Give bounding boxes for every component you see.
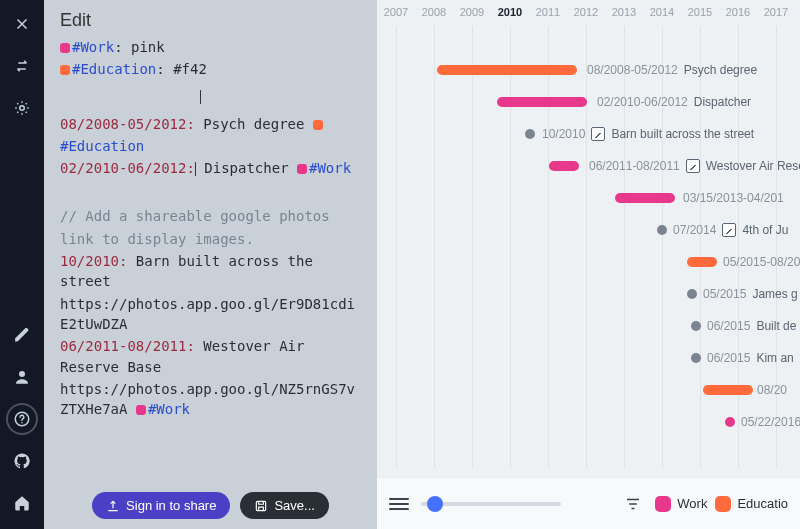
event-text: 4th of Ju <box>742 223 788 237</box>
zoom-slider[interactable] <box>421 502 561 506</box>
event-text: James g <box>752 287 797 301</box>
year-label[interactable]: 2013 <box>605 6 643 18</box>
year-label[interactable]: 2008 <box>415 6 453 18</box>
event-label: 08/20 <box>757 383 787 397</box>
timeline-row[interactable]: 06/2015Built de <box>377 316 800 336</box>
event-bar[interactable] <box>497 97 587 107</box>
year-label[interactable]: 2018 <box>795 6 800 18</box>
filter-icon[interactable] <box>623 494 643 514</box>
event-text: Psych degree <box>684 63 757 77</box>
timeline-panel: 2007200820092010201120122013201420152016… <box>377 0 800 529</box>
timeline-row[interactable]: 06/2015Kim an <box>377 348 800 368</box>
timeline-row[interactable]: 07/20144th of Ju <box>377 220 800 240</box>
event-label: 07/20144th of Ju <box>673 223 788 237</box>
year-label[interactable]: 2016 <box>719 6 757 18</box>
legend-chip <box>715 496 731 512</box>
event-label: 05/22/2016 <box>741 415 800 429</box>
timeline-row[interactable]: 08/2008-05/2012Psych degree <box>377 60 800 80</box>
event-date: 05/2015-08/2015 <box>723 255 800 269</box>
event-dot[interactable] <box>691 353 701 363</box>
event-text: Built de <box>756 319 796 333</box>
event-text: Dispatcher <box>694 95 751 109</box>
legend-label: Educatio <box>737 496 788 511</box>
event-label: 08/2008-05/2012Psych degree <box>587 63 757 77</box>
text-cursor <box>200 90 201 104</box>
event-label: 03/15/2013-04/201 <box>683 191 784 205</box>
timeline-rows: 08/2008-05/2012Psych degree02/2010-06/20… <box>377 60 800 432</box>
photo-icon <box>722 223 736 237</box>
brightness-icon[interactable] <box>8 94 36 122</box>
event-label: 05/2015-08/2015 <box>723 255 800 269</box>
timeline-row[interactable]: 05/2015-08/2015 <box>377 252 800 272</box>
event-text: Kim an <box>756 351 793 365</box>
event-label: 10/2010Barn built across the street <box>542 127 754 141</box>
timeline-row[interactable]: 05/2015James g <box>377 284 800 304</box>
year-label[interactable]: 2011 <box>529 6 567 18</box>
timeline-row[interactable]: 03/15/2013-04/201 <box>377 188 800 208</box>
legend-item[interactable]: Educatio <box>715 496 788 512</box>
timeline-row[interactable]: 05/22/2016 <box>377 412 800 432</box>
chip-pink <box>60 43 70 53</box>
legend-chip <box>655 496 671 512</box>
event-label: 06/2011-08/2011Westover Air Reser <box>589 159 800 173</box>
event-date: 03/15/2013-04/201 <box>683 191 784 205</box>
signin-label: Sign in to share <box>126 498 216 513</box>
event-date: 02/2010-06/2012 <box>597 95 688 109</box>
year-label[interactable]: 2012 <box>567 6 605 18</box>
event-date: 06/2015 <box>707 351 750 365</box>
event-date: 05/2015 <box>703 287 746 301</box>
event-bar[interactable] <box>549 161 579 171</box>
svg-point-1 <box>19 371 25 377</box>
help-icon[interactable] <box>8 405 36 433</box>
signin-button[interactable]: Sign in to share <box>92 492 230 519</box>
year-label[interactable]: 2015 <box>681 6 719 18</box>
event-bar[interactable] <box>437 65 577 75</box>
legend-item[interactable]: Work <box>655 496 707 512</box>
swap-icon[interactable] <box>8 52 36 80</box>
event-date: 05/22/2016 <box>741 415 800 429</box>
event-dot[interactable] <box>687 289 697 299</box>
event-bar[interactable] <box>615 193 675 203</box>
chip-orange <box>313 120 323 130</box>
year-label[interactable]: 2014 <box>643 6 681 18</box>
photo-icon <box>591 127 605 141</box>
close-icon[interactable] <box>8 10 36 38</box>
event-dot[interactable] <box>525 129 535 139</box>
chip-pink <box>297 164 307 174</box>
event-date: 08/20 <box>757 383 787 397</box>
event-bar[interactable] <box>703 385 753 395</box>
year-label[interactable]: 2009 <box>453 6 491 18</box>
home-icon[interactable] <box>8 489 36 517</box>
photo-icon <box>686 159 700 173</box>
timeline-row[interactable]: 02/2010-06/2012Dispatcher <box>377 92 800 112</box>
sidebar <box>0 0 44 529</box>
zoom-slider-input[interactable] <box>421 502 561 506</box>
pencil-icon[interactable] <box>8 321 36 349</box>
event-date: 07/2014 <box>673 223 716 237</box>
year-label[interactable]: 2010 <box>491 6 529 18</box>
year-label[interactable]: 2017 <box>757 6 795 18</box>
legend-label: Work <box>677 496 707 511</box>
event-dot[interactable] <box>657 225 667 235</box>
timeline-row[interactable]: 06/2011-08/2011Westover Air Reser <box>377 156 800 176</box>
event-label: 02/2010-06/2012Dispatcher <box>597 95 751 109</box>
upload-icon <box>106 499 120 513</box>
save-button[interactable]: Save... <box>240 492 328 519</box>
event-dot[interactable] <box>691 321 701 331</box>
menu-icon[interactable] <box>389 498 409 510</box>
chip-orange <box>60 65 70 75</box>
timeline-footer: WorkEducatio <box>377 477 800 529</box>
github-icon[interactable] <box>8 447 36 475</box>
timeline-row[interactable]: 08/20 <box>377 380 800 400</box>
event-label: 05/2015James g <box>703 287 798 301</box>
event-bar[interactable] <box>687 257 717 267</box>
code-area[interactable]: #Work: pink #Education: #f42 08/2008-05/… <box>44 37 377 529</box>
person-icon[interactable] <box>8 363 36 391</box>
timeline-row[interactable]: 10/2010Barn built across the street <box>377 124 800 144</box>
year-label[interactable]: 2007 <box>377 6 415 18</box>
chip-pink <box>136 405 146 415</box>
event-label: 06/2015Built de <box>707 319 796 333</box>
event-dot[interactable] <box>725 417 735 427</box>
year-axis[interactable]: 2007200820092010201120122013201420152016… <box>377 0 800 22</box>
event-date: 10/2010 <box>542 127 585 141</box>
